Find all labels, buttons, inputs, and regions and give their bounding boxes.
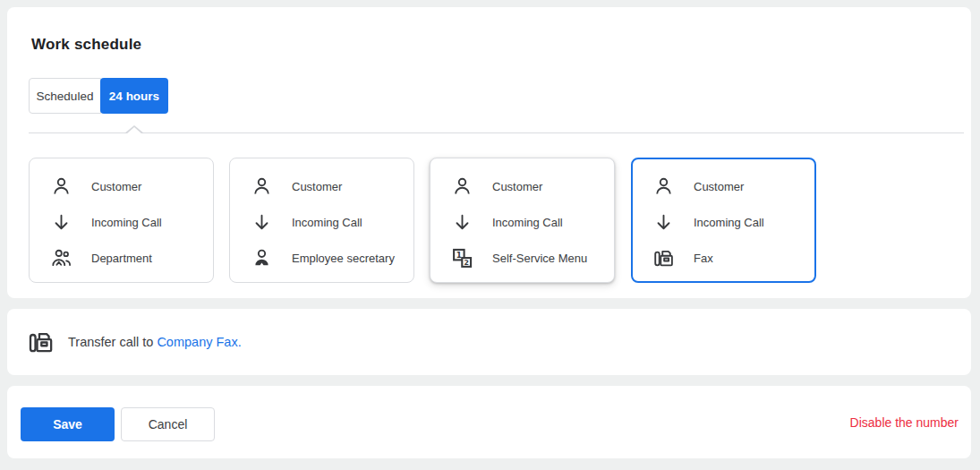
card-row: Department	[50, 245, 213, 270]
work-schedule-panel: Work schedule Scheduled 24 hours Custome…	[7, 7, 971, 298]
route-card-employee-secretary[interactable]: Customer Incoming Call Employee secretar…	[229, 158, 414, 283]
card-row-label: Incoming Call	[694, 216, 764, 229]
card-row: Fax	[652, 245, 814, 270]
group-icon	[50, 247, 72, 269]
card-row-label: Department	[91, 252, 152, 265]
person-icon	[652, 175, 675, 198]
card-row: Customer	[50, 174, 213, 199]
card-row-label: Fax	[694, 252, 713, 265]
person-filled-icon	[251, 247, 273, 269]
card-row-label: Incoming Call	[91, 216, 162, 229]
card-row: Customer	[652, 174, 814, 199]
cancel-button[interactable]: Cancel	[121, 407, 215, 441]
person-icon	[50, 175, 72, 198]
card-row: Incoming Call	[652, 209, 814, 235]
tab-scheduled[interactable]: Scheduled	[29, 78, 101, 114]
card-row: Self-Service Menu	[451, 245, 614, 270]
card-row-label: Customer	[91, 180, 141, 193]
card-row-label: Customer	[292, 180, 342, 193]
card-row-label: Self-Service Menu	[492, 252, 587, 265]
card-row: Incoming Call	[451, 209, 614, 235]
save-button[interactable]: Save	[21, 407, 115, 441]
person-icon	[451, 175, 473, 198]
arrow-down-icon	[50, 211, 72, 234]
schedule-mode-tabs: Scheduled 24 hours	[29, 78, 168, 114]
active-tab-caret	[124, 125, 144, 133]
card-row-label: Incoming Call	[492, 216, 563, 229]
transfer-panel: Transfer call to Company Fax.	[7, 309, 971, 375]
footer-panel: Save Cancel Disable the number	[7, 386, 971, 458]
card-row: Customer	[251, 174, 413, 199]
company-fax-link[interactable]: Company Fax.	[157, 335, 241, 349]
tab-24-hours[interactable]: 24 hours	[100, 78, 168, 114]
page-title: Work schedule	[31, 36, 141, 54]
card-row-label: Customer	[694, 180, 744, 193]
card-row: Incoming Call	[50, 209, 213, 235]
person-icon	[251, 175, 273, 198]
arrow-down-icon	[451, 211, 473, 234]
fax-icon	[27, 329, 55, 356]
card-row: Employee secretary	[251, 245, 413, 270]
tabs-divider	[29, 132, 964, 133]
self-service-menu-icon	[451, 247, 473, 269]
fax-icon	[652, 247, 675, 269]
arrow-down-icon	[251, 211, 273, 234]
route-card-department[interactable]: Customer Incoming Call Department	[29, 158, 214, 283]
route-card-fax[interactable]: Customer Incoming Call Fax	[631, 158, 816, 283]
card-row: Customer	[451, 174, 614, 199]
disable-number-link[interactable]: Disable the number	[850, 386, 959, 458]
card-row-label: Employee secretary	[292, 252, 395, 265]
transfer-label: Transfer call to	[68, 335, 153, 349]
card-row: Incoming Call	[251, 209, 413, 235]
route-card-self-service-menu[interactable]: Customer Incoming Call Self-Service Menu	[430, 158, 615, 283]
transfer-text: Transfer call to Company Fax.	[68, 335, 242, 349]
card-row-label: Incoming Call	[292, 216, 362, 229]
transfer-row: Transfer call to Company Fax.	[27, 309, 242, 375]
card-row-label: Customer	[492, 180, 542, 193]
arrow-down-icon	[652, 211, 675, 234]
